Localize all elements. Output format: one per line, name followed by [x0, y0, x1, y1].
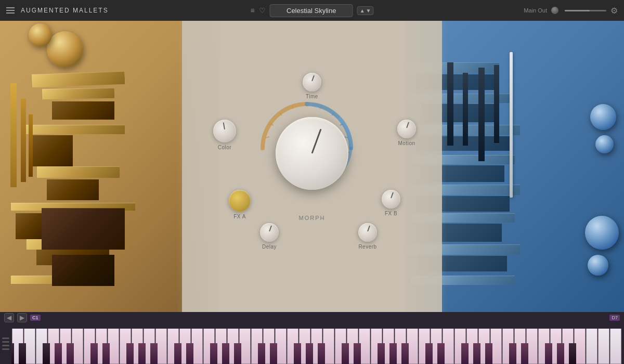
piano-black-key[interactable]: [138, 343, 146, 364]
piano-black-key[interactable]: [126, 343, 134, 364]
center-panel: Time Color Motion: [182, 21, 442, 312]
piano-black-key[interactable]: [186, 343, 193, 364]
preset-arrows[interactable]: ▲ ▼: [357, 6, 374, 15]
keyboard-section: ◀ ▶ C1 D7: [0, 312, 624, 364]
piano-black-key[interactable]: [485, 343, 492, 364]
piano-white-key[interactable]: [586, 329, 597, 364]
header-left: AUGMENTED MALLETS: [6, 7, 109, 14]
piano-black-key[interactable]: [174, 343, 181, 364]
piano-black-key[interactable]: [270, 343, 277, 364]
piano-black-key[interactable]: [222, 343, 229, 364]
morph-section: MORPH: [255, 96, 369, 211]
delay-control: Delay: [260, 223, 279, 250]
volume-slider[interactable]: [565, 10, 606, 11]
main-area: Time Color Motion: [0, 21, 624, 312]
piano-black-key[interactable]: [19, 343, 26, 364]
morph-control: MORPH: [255, 96, 369, 211]
piano-black-key[interactable]: [43, 343, 50, 364]
piano-white-key[interactable]: [598, 329, 609, 364]
piano-black-key[interactable]: [557, 343, 564, 364]
piano-black-key[interactable]: [90, 343, 98, 364]
fxa-label: FX A: [233, 214, 246, 219]
piano-black-key[interactable]: [545, 343, 552, 364]
piano-black-key[interactable]: [294, 343, 301, 364]
fxb-control: FX B: [382, 190, 400, 216]
app-title: AUGMENTED MALLETS: [21, 7, 109, 14]
motion-control: Motion: [397, 120, 416, 146]
header-center: ≡ ♡ Celestial Skyline ▲ ▼: [251, 4, 374, 17]
controls-layout: Time Color Motion: [198, 68, 426, 265]
fxb-label: FX B: [385, 211, 397, 216]
piano-handle: [0, 323, 11, 364]
color-knob[interactable]: [213, 120, 236, 142]
piano-black-key[interactable]: [67, 343, 74, 364]
fxa-control: FX A: [229, 190, 251, 219]
arrow-down-icon[interactable]: ▼: [366, 8, 371, 14]
reverb-knob[interactable]: [358, 223, 377, 242]
piano-black-key[interactable]: [473, 343, 480, 364]
piano-black-key[interactable]: [509, 343, 516, 364]
fxb-knob[interactable]: [382, 190, 400, 209]
menu-button[interactable]: [6, 7, 15, 14]
piano-black-key[interactable]: [55, 343, 62, 364]
piano-black-key[interactable]: [437, 343, 445, 364]
time-knob[interactable]: [303, 73, 321, 92]
keyboard-marker-c1: C1: [30, 315, 41, 321]
piano-keys[interactable]: [0, 323, 624, 364]
piano-black-key[interactable]: [150, 343, 158, 364]
time-control: Time: [303, 73, 321, 99]
piano-black-key[interactable]: [425, 343, 433, 364]
arrow-up-icon[interactable]: ▲: [360, 8, 365, 14]
favorite-button[interactable]: ♡: [259, 6, 266, 15]
library-button[interactable]: ≡: [251, 6, 255, 15]
piano-black-key[interactable]: [318, 343, 325, 364]
piano-black-key[interactable]: [389, 343, 397, 364]
motion-label: Motion: [398, 140, 415, 146]
delay-knob[interactable]: [260, 223, 279, 242]
header-bar: AUGMENTED MALLETS ≡ ♡ Celestial Skyline …: [0, 0, 624, 21]
piano-black-key[interactable]: [521, 343, 528, 364]
piano-black-key[interactable]: [342, 343, 349, 364]
piano-black-key[interactable]: [378, 343, 385, 364]
piano-black-key[interactable]: [401, 343, 409, 364]
piano-black-key[interactable]: [461, 343, 469, 364]
preset-selector[interactable]: Celestial Skyline: [270, 4, 353, 17]
piano-white-key[interactable]: [610, 329, 621, 364]
reverb-label: Reverb: [358, 244, 376, 250]
fxa-knob[interactable]: [229, 190, 251, 212]
morph-knob[interactable]: [276, 117, 348, 190]
kbd-nav-right[interactable]: ▶: [17, 313, 27, 322]
color-label: Color: [218, 145, 231, 150]
piano-black-key[interactable]: [258, 343, 265, 364]
reverb-control: Reverb: [358, 223, 377, 250]
delay-label: Delay: [262, 244, 277, 250]
piano-black-key[interactable]: [234, 343, 241, 364]
svg-line-0: [266, 137, 269, 138]
main-out-label: Main Out: [524, 7, 547, 14]
keyboard-marker-d7: D7: [609, 315, 620, 321]
piano-black-key[interactable]: [306, 343, 313, 364]
morph-label: MORPH: [299, 215, 326, 221]
piano-black-key[interactable]: [354, 343, 361, 364]
kbd-nav-left[interactable]: ◀: [4, 313, 14, 322]
motion-knob[interactable]: [397, 120, 416, 138]
settings-icon[interactable]: ⚙: [610, 6, 618, 16]
piano-black-key[interactable]: [210, 343, 217, 364]
keyboard-header: ◀ ▶ C1 D7: [0, 312, 624, 323]
preset-name: Celestial Skyline: [287, 7, 336, 15]
piano-black-key[interactable]: [102, 343, 110, 364]
color-control: Color: [213, 120, 236, 150]
header-right: Main Out ⚙: [524, 6, 618, 16]
piano-black-key[interactable]: [569, 343, 576, 364]
volume-knob[interactable]: [551, 7, 558, 14]
